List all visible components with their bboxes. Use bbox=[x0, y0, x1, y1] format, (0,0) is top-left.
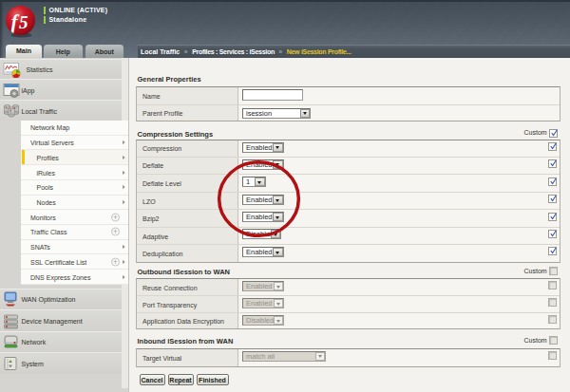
svg-text:5: 5 bbox=[19, 12, 28, 32]
